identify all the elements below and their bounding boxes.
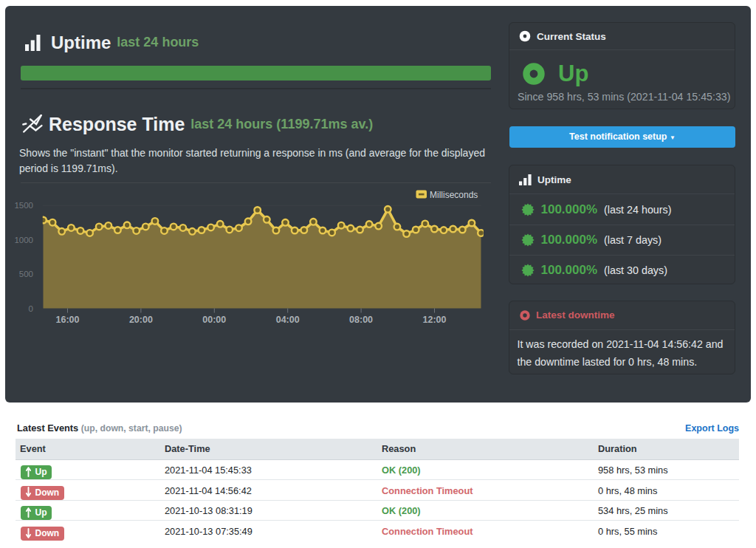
svg-text:Milliseconds: Milliseconds bbox=[430, 190, 478, 200]
svg-text:0: 0 bbox=[29, 304, 33, 313]
svg-text:1000: 1000 bbox=[14, 236, 33, 244]
svg-text:04:00: 04:00 bbox=[276, 315, 300, 325]
svg-text:12:00: 12:00 bbox=[423, 315, 447, 325]
svg-text:20:00: 20:00 bbox=[129, 315, 153, 325]
svg-text:1500: 1500 bbox=[14, 201, 33, 210]
svg-text:08:00: 08:00 bbox=[349, 315, 373, 325]
svg-text:00:00: 00:00 bbox=[202, 315, 226, 325]
svg-text:16:00: 16:00 bbox=[56, 315, 80, 325]
svg-text:500: 500 bbox=[19, 270, 33, 278]
